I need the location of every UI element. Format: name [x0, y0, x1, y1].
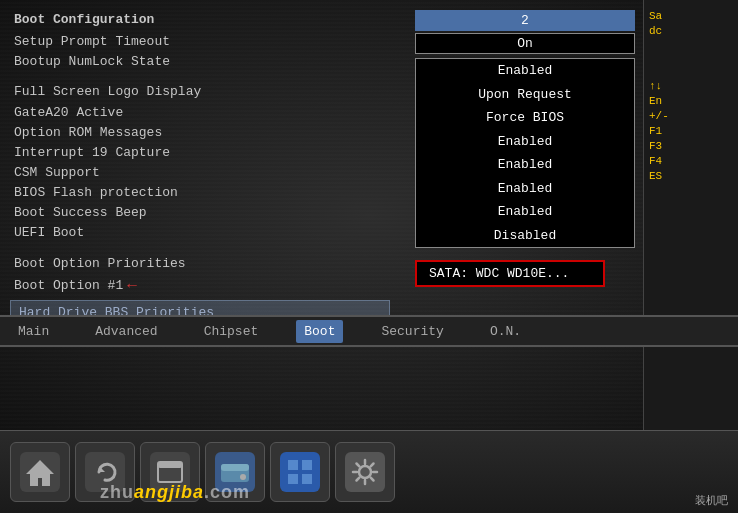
menu-boot-beep[interactable]: Boot Success Beep: [10, 203, 380, 223]
tab-chipset[interactable]: Chipset: [196, 320, 267, 343]
dropdown-item-enabled1[interactable]: Enabled: [416, 59, 634, 83]
taskbar-settings-icon[interactable]: [335, 442, 395, 502]
tab-on[interactable]: O.N.: [482, 320, 529, 343]
bios-sidebar: Sa dc ↑↓ En +/- F1 F3 F4 ES: [643, 0, 738, 430]
dropdown-item-enabled3[interactable]: Enabled: [416, 153, 634, 177]
dropdown-item-upon-request[interactable]: Upon Request: [416, 83, 634, 107]
dropdown-item-enabled5[interactable]: Enabled: [416, 200, 634, 224]
options-dropdown[interactable]: Enabled Upon Request Force BIOS Enabled …: [415, 58, 635, 248]
svg-rect-9: [221, 464, 249, 471]
taskbar-brand: 装机吧: [695, 493, 728, 508]
dropdown-item-enabled4[interactable]: Enabled: [416, 177, 634, 201]
taskbar-refresh-icon[interactable]: [75, 442, 135, 502]
menu-setup-prompt[interactable]: Setup Prompt Timeout: [10, 32, 380, 52]
svg-rect-13: [302, 460, 312, 470]
menu-interrupt19[interactable]: Interrupt 19 Capture: [10, 143, 380, 163]
taskbar: zhuangjiba.com 装机吧: [0, 430, 738, 513]
bios-screen: Boot Configuration Setup Prompt Timeout …: [0, 0, 738, 430]
tab-bar: Main Advanced Chipset Boot Security O.N.: [0, 315, 738, 347]
menu-uefi-boot[interactable]: UEFI Boot: [10, 223, 380, 243]
sidebar-f1: F1: [649, 125, 733, 137]
dropdown-item-enabled2[interactable]: Enabled: [416, 130, 634, 154]
tab-boot[interactable]: Boot: [296, 320, 343, 343]
taskbar-drive-icon[interactable]: [205, 442, 265, 502]
numlock-value[interactable]: On: [415, 33, 635, 54]
svg-rect-15: [302, 474, 312, 484]
taskbar-windows-icon[interactable]: [270, 442, 330, 502]
svg-rect-4: [150, 452, 190, 492]
svg-point-10: [240, 474, 246, 480]
boot-option1-value[interactable]: SATA: WDC WD10E...: [415, 260, 605, 287]
bios-menu: Boot Configuration Setup Prompt Timeout …: [10, 10, 380, 298]
svg-rect-16: [345, 452, 385, 492]
timeout-value[interactable]: 2: [415, 10, 635, 31]
tab-main[interactable]: Main: [10, 320, 57, 343]
svg-rect-6: [158, 462, 182, 468]
sidebar-dc: dc: [649, 25, 733, 37]
sidebar-f3: F3: [649, 140, 733, 152]
section-title: Boot Configuration: [10, 10, 380, 30]
sidebar-f4: F4: [649, 155, 733, 167]
tab-advanced[interactable]: Advanced: [87, 320, 165, 343]
menu-boot-option1[interactable]: Boot Option #1 ←: [10, 274, 380, 299]
sidebar-en: En: [649, 95, 733, 107]
menu-option-rom[interactable]: Option ROM Messages: [10, 123, 380, 143]
sidebar-plus: +/-: [649, 110, 733, 122]
bios-values: 2 On Enabled Upon Request Force BIOS Ena…: [415, 10, 635, 248]
menu-gatea20[interactable]: GateA20 Active: [10, 103, 380, 123]
sidebar-sa: Sa: [649, 10, 733, 22]
menu-bios-flash[interactable]: BIOS Flash protection: [10, 183, 380, 203]
tab-security[interactable]: Security: [373, 320, 451, 343]
dropdown-item-force-bios[interactable]: Force BIOS: [416, 106, 634, 130]
menu-csm-support[interactable]: CSM Support: [10, 163, 380, 183]
menu-bootup-numlock[interactable]: Bootup NumLock State: [10, 52, 380, 72]
taskbar-window-icon[interactable]: [140, 442, 200, 502]
menu-fullscreen-logo[interactable]: Full Screen Logo Display: [10, 82, 380, 102]
menu-boot-priorities: Boot Option Priorities: [10, 254, 380, 274]
sidebar-es: ES: [649, 170, 733, 182]
svg-rect-11: [280, 452, 320, 492]
dropdown-item-disabled[interactable]: Disabled: [416, 224, 634, 248]
taskbar-home-icon[interactable]: [10, 442, 70, 502]
svg-rect-12: [288, 460, 298, 470]
sidebar-arrows: ↑↓: [649, 80, 733, 92]
svg-rect-14: [288, 474, 298, 484]
